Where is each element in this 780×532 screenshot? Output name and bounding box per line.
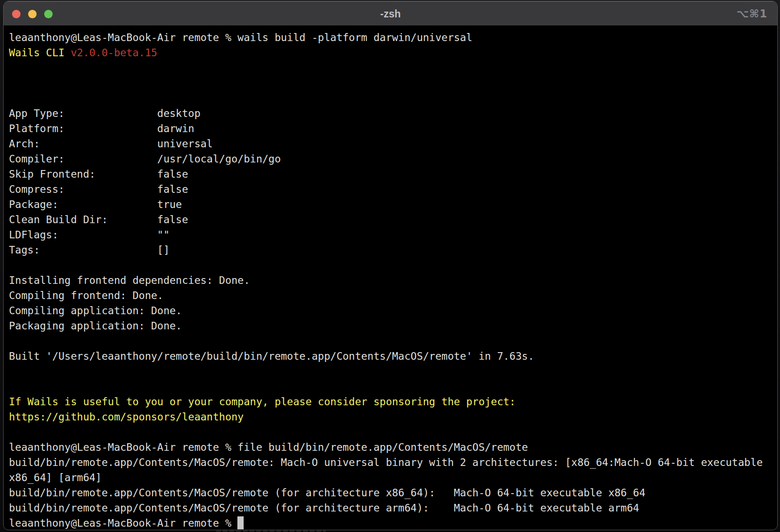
terminal-line: https://github.com/sponsors/leaanthony (9, 409, 777, 424)
terminal-line: Installing frontend dependencies: Done. (9, 273, 777, 288)
terminal-text: Compress: false (9, 183, 188, 195)
terminal-line (9, 60, 777, 75)
terminal-text: Built '/Users/leaanthony/remote/build/bi… (9, 350, 534, 362)
terminal-line (9, 91, 777, 106)
terminal-text: build/bin/remote.app/Contents/MacOS/remo… (9, 457, 763, 468)
terminal-text: Compiling frontend: Done. (9, 290, 163, 301)
terminal-output[interactable]: leaanthony@Leas-MacBook-Air remote % wai… (4, 26, 777, 530)
terminal-text: build/bin/remote.app/Contents/MacOS/remo… (9, 502, 639, 514)
terminal-text: leaanthony@Leas-MacBook-Air remote % fil… (9, 441, 528, 453)
terminal-line: Compiler: /usr/local/go/bin/go (9, 151, 777, 166)
terminal-line (9, 364, 777, 379)
terminal-line: Platform: darwin (9, 121, 777, 136)
terminal-line (9, 424, 777, 440)
terminal-line: Skip Frontend: false (9, 166, 777, 182)
terminal-text: Wails CLI (9, 47, 71, 58)
tab-shortcut-hint: ⌥⌘1 (736, 1, 768, 25)
terminal-line: leaanthony@Leas-MacBook-Air remote % (9, 515, 777, 530)
terminal-line: leaanthony@Leas-MacBook-Air remote % wai… (9, 30, 777, 45)
terminal-cursor[interactable] (237, 516, 244, 529)
terminal-text: build/bin/remote.app/Contents/MacOS/remo… (9, 487, 645, 499)
terminal-line (9, 75, 777, 91)
terminal-line: If Wails is useful to you or your compan… (9, 394, 777, 409)
terminal-text: v2.0.0-beta.15 (71, 47, 157, 58)
terminal-text: leaanthony@Leas-MacBook-Air remote % wai… (9, 32, 473, 43)
terminal-text: Tags: [] (9, 244, 170, 256)
terminal-line: Package: true (9, 197, 777, 212)
terminal-line: Built '/Users/leaanthony/remote/build/bi… (9, 349, 777, 364)
terminal-text: Packaging application: Done. (9, 320, 182, 332)
terminal-text: Clean Build Dir: false (9, 214, 188, 225)
terminal-line: Compiling application: Done. (9, 303, 777, 318)
window-title: -zsh (4, 1, 777, 25)
terminal-text: If Wails is useful to you or your compan… (9, 396, 515, 407)
terminal-line (9, 258, 777, 273)
window-titlebar[interactable]: -zsh ⌥⌘1 (4, 1, 777, 26)
terminal-line: Tags: [] (9, 242, 777, 258)
terminal-line: Arch: universal (9, 136, 777, 151)
terminal-line: LDFlags: "" (9, 227, 777, 242)
terminal-line: build/bin/remote.app/Contents/MacOS/remo… (9, 500, 777, 515)
terminal-window: -zsh ⌥⌘1 leaanthony@Leas-MacBook-Air rem… (3, 1, 778, 530)
terminal-line: x86_64] [arm64] (9, 470, 777, 485)
terminal-text: Compiler: /usr/local/go/bin/go (9, 153, 281, 165)
terminal-line: Wails CLI v2.0.0-beta.15 (9, 45, 777, 60)
terminal-text: Arch: universal (9, 138, 213, 150)
terminal-line (9, 379, 777, 394)
terminal-line: build/bin/remote.app/Contents/MacOS/remo… (9, 455, 777, 470)
terminal-line: leaanthony@Leas-MacBook-Air remote % fil… (9, 440, 777, 455)
terminal-text: LDFlags: "" (9, 229, 170, 241)
terminal-text: Skip Frontend: false (9, 168, 188, 180)
terminal-line: Clean Build Dir: false (9, 212, 777, 227)
terminal-text: Installing frontend dependencies: Done. (9, 274, 250, 286)
terminal-line: Packaging application: Done. (9, 318, 777, 333)
terminal-text: Compiling application: Done. (9, 305, 182, 316)
terminal-text: x86_64] [arm64] (9, 472, 102, 483)
terminal-line: Compiling frontend: Done. (9, 288, 777, 303)
terminal-text: Package: true (9, 199, 182, 210)
terminal-line: Compress: false (9, 182, 777, 197)
terminal-line: App Type: desktop (9, 106, 777, 121)
terminal-text: leaanthony@Leas-MacBook-Air remote % (9, 517, 237, 529)
terminal-text: Platform: darwin (9, 123, 194, 134)
terminal-text: https://github.com/sponsors/leaanthony (9, 411, 244, 423)
terminal-line: build/bin/remote.app/Contents/MacOS/remo… (9, 485, 777, 500)
terminal-line (9, 333, 777, 349)
terminal-text: App Type: desktop (9, 108, 200, 119)
